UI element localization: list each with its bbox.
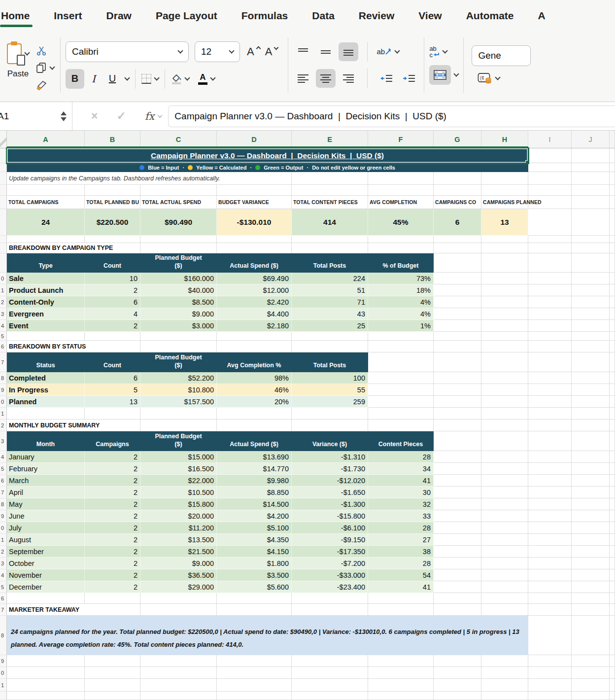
row-header[interactable] xyxy=(0,243,7,253)
empty-cell[interactable] xyxy=(610,163,615,172)
empty-cell[interactable] xyxy=(434,236,481,243)
empty-cell[interactable] xyxy=(140,332,217,341)
empty-cell[interactable] xyxy=(140,236,217,243)
type-value-cell[interactable]: $160.000 xyxy=(140,273,217,284)
type-value-cell[interactable]: $4.400 xyxy=(217,308,292,320)
month-value-cell[interactable]: $4.350 xyxy=(217,534,292,546)
empty-cell[interactable] xyxy=(434,522,481,534)
month-value-cell[interactable]: 2 xyxy=(85,451,140,463)
empty-cell[interactable] xyxy=(434,253,481,273)
empty-cell[interactable] xyxy=(368,172,434,185)
empty-cell[interactable] xyxy=(610,604,615,616)
kpi-value[interactable]: $90.490 xyxy=(140,209,217,236)
section-title[interactable]: BREAKDOWN BY CAMPAIGN TYPE xyxy=(7,243,140,253)
empty-cell[interactable] xyxy=(481,332,528,341)
empty-cell[interactable] xyxy=(610,352,615,372)
empty-cell[interactable] xyxy=(217,692,292,700)
borders-chevron[interactable] xyxy=(154,75,159,80)
kpi-label[interactable]: CAMPAIGNS CO xyxy=(434,196,481,209)
month-name-cell[interactable]: May xyxy=(7,498,85,510)
empty-cell[interactable] xyxy=(572,692,610,700)
ribbon-tab-automate[interactable]: Automate xyxy=(466,10,514,28)
empty-cell[interactable] xyxy=(572,451,610,463)
font-color-button[interactable]: A xyxy=(198,73,207,85)
empty-cell[interactable] xyxy=(434,498,481,510)
month-value-cell[interactable]: -$23.400 xyxy=(292,581,368,593)
month-name-cell[interactable]: December xyxy=(7,581,85,593)
row-header[interactable]: 7 xyxy=(0,352,7,372)
month-value-cell[interactable]: -$12.020 xyxy=(292,475,368,487)
empty-cell[interactable] xyxy=(528,510,572,522)
table-header-cell[interactable]: Total Posts xyxy=(292,253,368,273)
empty-cell[interactable] xyxy=(481,372,528,384)
insert-function-chevron[interactable] xyxy=(158,113,163,118)
empty-cell[interactable] xyxy=(610,581,615,593)
empty-cell[interactable] xyxy=(368,185,434,196)
month-value-cell[interactable]: 2 xyxy=(85,498,140,510)
empty-cell[interactable] xyxy=(528,253,572,273)
empty-cell[interactable] xyxy=(85,655,140,667)
cut-button[interactable] xyxy=(36,44,54,57)
empty-cell[interactable] xyxy=(217,593,292,604)
empty-cell[interactable] xyxy=(481,236,528,243)
empty-cell[interactable] xyxy=(572,408,610,420)
align-right-button[interactable] xyxy=(339,69,358,88)
empty-cell[interactable] xyxy=(434,558,481,569)
type-value-cell[interactable]: 25 xyxy=(292,320,368,332)
empty-cell[interactable] xyxy=(481,487,528,498)
month-value-cell[interactable]: $5.100 xyxy=(217,522,292,534)
empty-cell[interactable] xyxy=(368,655,434,667)
empty-cell[interactable] xyxy=(528,163,572,172)
sheet-title-cell[interactable]: Campaign Planner v3.0 — Dashboard | Deci… xyxy=(7,148,528,163)
ribbon-tab-data[interactable]: Data xyxy=(312,10,335,28)
empty-cell[interactable] xyxy=(610,341,615,352)
ribbon-tab-page-layout[interactable]: Page Layout xyxy=(156,10,217,28)
row-header[interactable]: 7 xyxy=(0,604,7,616)
table-header-cell[interactable]: Planned Budget ($) xyxy=(140,253,217,273)
empty-cell[interactable] xyxy=(610,593,615,604)
month-value-cell[interactable]: -$17.350 xyxy=(292,546,368,558)
empty-cell[interactable] xyxy=(292,236,368,243)
empty-cell[interactable] xyxy=(140,667,217,679)
empty-cell[interactable] xyxy=(528,569,572,581)
empty-cell[interactable] xyxy=(572,420,610,431)
empty-cell[interactable] xyxy=(610,451,615,463)
empty-cell[interactable] xyxy=(610,487,615,498)
row-header[interactable]: 9 xyxy=(0,384,7,396)
empty-cell[interactable] xyxy=(481,534,528,546)
align-middle-button[interactable] xyxy=(316,42,336,61)
align-left-button[interactable] xyxy=(293,69,313,88)
empty-cell[interactable] xyxy=(610,372,615,384)
type-value-cell[interactable]: $2.420 xyxy=(217,296,292,308)
month-value-cell[interactable]: $13.690 xyxy=(217,451,292,463)
legend-row[interactable]: Blue = Input·Yellow = Calculated·Green =… xyxy=(7,163,528,172)
accounting-format-button[interactable]: (¢ xyxy=(478,72,531,84)
empty-cell[interactable] xyxy=(481,352,528,372)
empty-cell[interactable] xyxy=(610,273,615,284)
month-value-cell[interactable]: $1.800 xyxy=(217,558,292,569)
empty-cell[interactable] xyxy=(528,396,572,408)
empty-cell[interactable] xyxy=(368,679,434,692)
empty-cell[interactable] xyxy=(434,655,481,667)
empty-cell[interactable] xyxy=(572,296,610,308)
format-painter-button[interactable] xyxy=(36,79,54,92)
month-value-cell[interactable]: -$1.300 xyxy=(292,498,368,510)
decrease-indent-button[interactable] xyxy=(376,69,396,88)
name-box-spinner[interactable] xyxy=(61,111,67,121)
row-header[interactable]: 2 xyxy=(0,546,7,558)
month-value-cell[interactable]: 32 xyxy=(368,498,434,510)
empty-cell[interactable] xyxy=(572,384,610,396)
empty-cell[interactable] xyxy=(368,341,434,352)
empty-cell[interactable] xyxy=(217,332,292,341)
empty-cell[interactable] xyxy=(528,209,572,236)
month-value-cell[interactable]: $3.500 xyxy=(217,569,292,581)
text-orientation-button[interactable]: ab xyxy=(376,47,399,56)
row-header[interactable]: 4 xyxy=(0,451,7,463)
fill-color-chevron[interactable] xyxy=(184,75,190,80)
empty-cell[interactable] xyxy=(528,372,572,384)
empty-cell[interactable] xyxy=(217,420,292,431)
row-header[interactable]: 0 xyxy=(0,396,7,408)
table-header-cell[interactable]: Planned Budget ($) xyxy=(140,352,217,372)
month-name-cell[interactable]: March xyxy=(7,475,85,487)
month-name-cell[interactable]: September xyxy=(7,546,85,558)
